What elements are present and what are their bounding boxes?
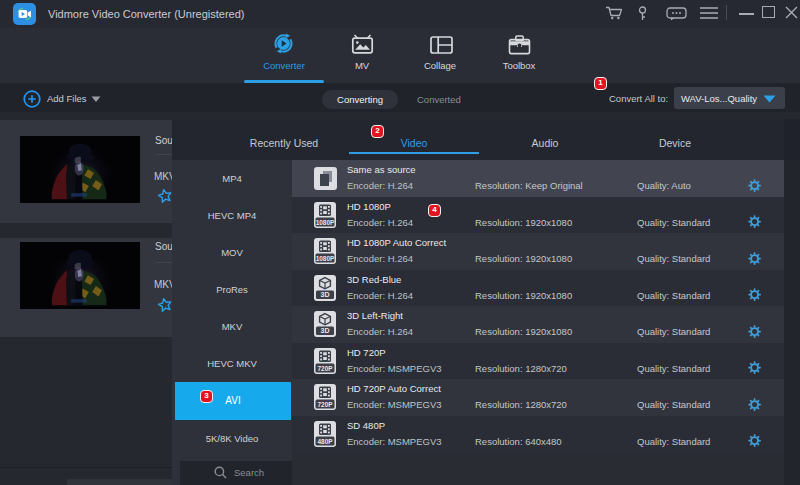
svg-text:3D: 3D	[321, 291, 330, 298]
svg-text:3D: 3D	[321, 327, 330, 334]
svg-text:1080P: 1080P	[316, 218, 335, 225]
svg-text:720P: 720P	[318, 364, 334, 371]
svg-text:480P: 480P	[318, 437, 334, 444]
svg-text:1080P: 1080P	[316, 255, 335, 262]
svg-text:720P: 720P	[318, 401, 334, 408]
